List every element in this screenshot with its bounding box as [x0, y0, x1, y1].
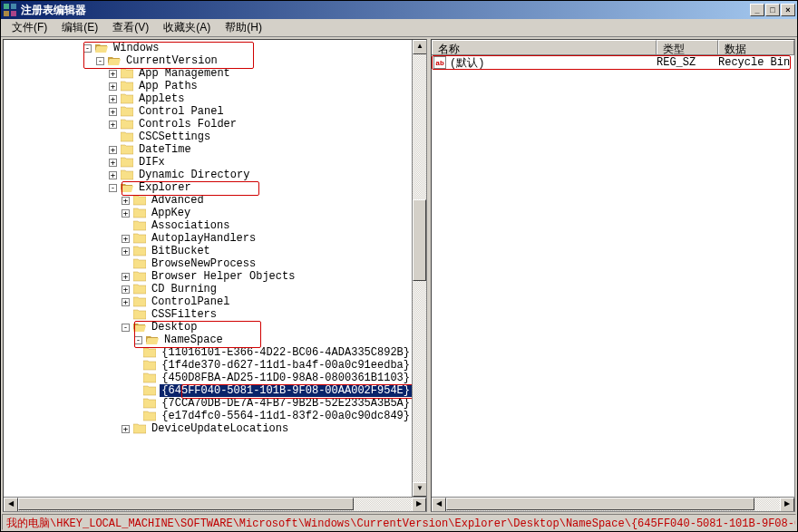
tree-label[interactable]: AutoplayHandlers	[150, 232, 258, 245]
tree-item[interactable]: -NameSpace	[4, 334, 412, 346]
tree-label[interactable]: BitBucket	[150, 245, 212, 257]
tree-label[interactable]: Dynamic Directory	[137, 169, 251, 181]
tree-item[interactable]: -Desktop	[4, 321, 412, 334]
tree-label[interactable]: Desktop	[150, 321, 199, 334]
tree-item[interactable]: +ControlPanel	[4, 295, 412, 308]
tree-item[interactable]: -CurrentVersion	[4, 54, 412, 67]
tree-item[interactable]: +Dynamic Directory	[4, 169, 412, 181]
tree-item[interactable]: +AppKey	[4, 207, 412, 219]
tree-label[interactable]: {e17d4fc0-5564-11d1-83f2-00a0c90dc849}	[160, 410, 412, 422]
collapse-toggle[interactable]: -	[134, 336, 142, 344]
scroll-thumb-v[interactable]	[413, 199, 426, 281]
tree-item[interactable]: +CD Burning	[4, 283, 412, 295]
tree-item[interactable]: CSSFilters	[4, 308, 412, 321]
tree-item[interactable]: {1f4de370-d627-11d1-ba4f-00a0c91eedba}	[4, 359, 412, 372]
expand-toggle[interactable]: +	[109, 82, 117, 91]
tree-item[interactable]: +BitBucket	[4, 245, 412, 257]
tree-item[interactable]: CSCSettings	[4, 131, 412, 143]
expand-toggle[interactable]: +	[122, 285, 130, 294]
menu-file[interactable]: 文件(F)	[5, 18, 54, 37]
menu-help[interactable]: 帮助(H)	[218, 18, 269, 37]
tree-item[interactable]: +Applets	[4, 92, 412, 105]
tree-item[interactable]: +AutoplayHandlers	[4, 232, 412, 245]
tree-item[interactable]: {e17d4fc0-5564-11d1-83f2-00a0c90dc849}	[4, 410, 412, 422]
col-data[interactable]: 数据	[718, 40, 794, 54]
expand-toggle[interactable]: +	[122, 298, 130, 306]
tree-label[interactable]: App Management	[137, 67, 232, 80]
tree-item[interactable]: Associations	[4, 219, 412, 232]
collapse-toggle[interactable]: -	[83, 44, 92, 53]
tree-scrollbar-h[interactable]: ◀ ▶	[4, 497, 426, 511]
tree-item[interactable]: +Controls Folder	[4, 118, 412, 131]
minimize-button[interactable]: _	[750, 4, 764, 16]
tree-item[interactable]: +DateTime	[4, 143, 412, 156]
tree-item[interactable]: +Browser Helper Objects	[4, 270, 412, 283]
scroll-thumb-h[interactable]	[446, 498, 754, 510]
collapse-toggle[interactable]: -	[96, 57, 104, 65]
tree-label[interactable]: Controls Folder	[137, 118, 238, 131]
values-scrollbar-h[interactable]: ◀ ▶	[432, 497, 794, 511]
tree-label[interactable]: {645FF040-5081-101B-9F08-00AA002F954E}	[160, 384, 412, 397]
expand-toggle[interactable]: +	[109, 95, 117, 103]
expand-toggle[interactable]: +	[122, 425, 130, 433]
expand-toggle[interactable]: +	[122, 247, 130, 256]
tree-item[interactable]: {450D8FBA-AD25-11D0-98A8-0800361B1103}	[4, 372, 412, 384]
expand-toggle[interactable]: +	[122, 235, 130, 243]
tree-scroll[interactable]: -Windows-CurrentVersion+App Management+A…	[4, 40, 412, 497]
collapse-toggle[interactable]: -	[109, 184, 117, 192]
tree-label[interactable]: BrowseNewProcess	[150, 257, 258, 270]
tree-item[interactable]: {11016101-E366-4D22-BC06-4ADA335C892B}	[4, 346, 412, 359]
tree-label[interactable]: CSSFilters	[150, 308, 219, 321]
scroll-left-button[interactable]: ◀	[4, 498, 18, 512]
tree-label[interactable]: AppKey	[150, 207, 192, 219]
tree-label[interactable]: App Paths	[137, 80, 200, 92]
expand-toggle[interactable]: +	[109, 70, 117, 78]
tree-item[interactable]: -Windows	[4, 42, 412, 54]
menu-edit[interactable]: 编辑(E)	[54, 18, 105, 37]
tree-label[interactable]: {1f4de370-d627-11d1-ba4f-00a0c91eedba}	[160, 359, 412, 372]
tree-label[interactable]: Control Panel	[137, 105, 226, 118]
tree-scrollbar-v[interactable]: ▲ ▼	[412, 40, 426, 497]
tree-item[interactable]: -Explorer	[4, 181, 412, 194]
menu-view[interactable]: 查看(V)	[105, 18, 156, 37]
expand-toggle[interactable]: +	[122, 209, 130, 218]
tree-label[interactable]: CSCSettings	[137, 131, 212, 143]
tree-item[interactable]: +Advanced	[4, 194, 412, 207]
expand-toggle[interactable]: +	[109, 121, 117, 129]
close-button[interactable]: ×	[781, 4, 795, 16]
menu-favorites[interactable]: 收藏夹(A)	[156, 18, 218, 37]
scroll-down-button[interactable]: ▼	[413, 482, 426, 497]
tree-item[interactable]: {7CCA70DB-DE7A-4FB7-9B2B-52E2335A3B5A}	[4, 397, 412, 410]
tree-label[interactable]: DeviceUpdateLocations	[150, 422, 290, 435]
col-name[interactable]: 名称	[432, 40, 657, 54]
scroll-up-button[interactable]: ▲	[413, 40, 426, 54]
tree-item[interactable]: BrowseNewProcess	[4, 257, 412, 270]
tree-item[interactable]: +DIFx	[4, 156, 412, 169]
value-row[interactable]: ab(默认)REG_SZRecycle Bin	[432, 55, 794, 70]
tree-label[interactable]: DateTime	[137, 143, 193, 156]
tree-label[interactable]: NameSpace	[162, 334, 225, 346]
expand-toggle[interactable]: +	[109, 108, 117, 116]
tree-item[interactable]: +App Paths	[4, 80, 412, 92]
tree-label[interactable]: {11016101-E366-4D22-BC06-4ADA335C892B}	[160, 346, 412, 359]
tree-label[interactable]: DIFx	[137, 156, 167, 169]
tree-label[interactable]: ControlPanel	[150, 295, 231, 308]
expand-toggle[interactable]: +	[122, 273, 130, 281]
tree-item[interactable]: {645FF040-5081-101B-9F08-00AA002F954E}	[4, 384, 412, 397]
tree-label[interactable]: Windows	[112, 42, 161, 54]
tree-item[interactable]: +DeviceUpdateLocations	[4, 422, 412, 435]
tree-label[interactable]: Explorer	[137, 181, 193, 194]
collapse-toggle[interactable]: -	[122, 324, 130, 332]
tree-item[interactable]: +App Management	[4, 67, 412, 80]
expand-toggle[interactable]: +	[109, 171, 117, 179]
tree-label[interactable]: Browser Helper Objects	[150, 270, 297, 283]
tree-label[interactable]: Advanced	[150, 194, 206, 207]
maximize-button[interactable]: □	[765, 4, 780, 16]
col-type[interactable]: 类型	[657, 40, 718, 54]
tree-label[interactable]: Applets	[137, 92, 186, 105]
tree-label[interactable]: {7CCA70DB-DE7A-4FB7-9B2B-52E2335A3B5A}	[160, 397, 412, 410]
expand-toggle[interactable]: +	[109, 159, 117, 167]
scroll-right-button[interactable]: ▶	[412, 498, 426, 512]
tree-label[interactable]: CurrentVersion	[124, 54, 219, 67]
values-body[interactable]: ab(默认)REG_SZRecycle Bin	[432, 55, 794, 497]
